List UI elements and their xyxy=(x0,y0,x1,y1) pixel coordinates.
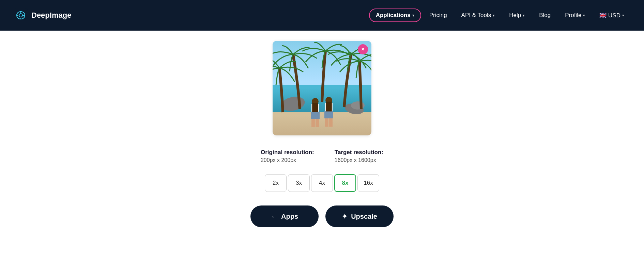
chevron-down-icon: ▾ xyxy=(493,13,495,18)
nav-currency[interactable]: 🇬🇧 USD ▾ xyxy=(593,9,630,22)
scale-3x-button[interactable]: 3x xyxy=(288,174,310,192)
original-resolution-block: Original resolution: 200px x 200px xyxy=(261,149,314,163)
original-resolution-label: Original resolution: xyxy=(261,149,314,156)
scale-8x-button[interactable]: 8x xyxy=(334,174,356,192)
nav-api-tools[interactable]: API & Tools ▾ xyxy=(455,9,501,21)
svg-rect-0 xyxy=(14,8,28,22)
target-resolution-block: Target resolution: 1600px x 1600px xyxy=(335,149,383,163)
upscale-button-label: Upscale xyxy=(351,213,377,220)
nav-pricing[interactable]: Pricing xyxy=(423,9,453,21)
logo[interactable]: DeepImage xyxy=(14,8,71,22)
apps-button[interactable]: ← Apps xyxy=(250,205,319,227)
scale-2x-button[interactable]: 2x xyxy=(265,174,287,192)
apps-button-label: Apps xyxy=(281,213,298,220)
beach-image-canvas xyxy=(273,41,371,135)
nav-blog[interactable]: Blog xyxy=(533,9,557,21)
main-content: × Original resolution: 200px x 200px Tar… xyxy=(0,31,644,227)
nav-help[interactable]: Help ▾ xyxy=(503,9,531,21)
close-image-button[interactable]: × xyxy=(358,44,368,54)
upscale-button[interactable]: ✦ Upscale xyxy=(325,205,394,227)
nav-links: Applications ▾ Pricing API & Tools ▾ Hel… xyxy=(369,9,630,22)
action-buttons: ← Apps ✦ Upscale xyxy=(250,205,394,227)
target-resolution-value: 1600px x 1600px xyxy=(335,157,383,163)
logo-text: DeepImage xyxy=(31,11,71,20)
chevron-down-icon: ▾ xyxy=(412,13,414,18)
nav-applications[interactable]: Applications ▾ xyxy=(369,9,421,22)
scale-selector: 2x 3x 4x 8x 16x xyxy=(265,174,379,192)
chevron-down-icon: ▾ xyxy=(583,13,585,18)
target-resolution-label: Target resolution: xyxy=(335,149,383,156)
chevron-down-icon: ▾ xyxy=(523,13,525,18)
chevron-down-icon: ▾ xyxy=(622,13,624,18)
scale-4x-button[interactable]: 4x xyxy=(311,174,333,192)
nav-profile[interactable]: Profile ▾ xyxy=(559,9,591,21)
scale-16x-button[interactable]: 16x xyxy=(357,174,379,192)
original-resolution-value: 200px x 200px xyxy=(261,157,314,163)
logo-icon xyxy=(14,8,28,22)
arrow-left-icon: ← xyxy=(271,213,278,220)
navbar: DeepImage Applications ▾ Pricing API & T… xyxy=(0,0,644,31)
sparkles-icon: ✦ xyxy=(342,212,348,220)
uploaded-image-card: × xyxy=(273,41,371,135)
resolution-info: Original resolution: 200px x 200px Targe… xyxy=(261,149,383,163)
